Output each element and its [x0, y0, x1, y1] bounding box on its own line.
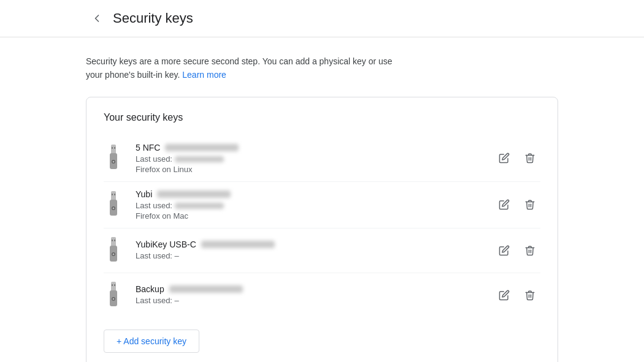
edit-key-button[interactable] [494, 194, 515, 215]
key-last-used: Last used: [136, 201, 484, 210]
page-title: Security keys [113, 10, 193, 26]
delete-key-button[interactable] [519, 194, 540, 215]
key-icon [104, 190, 123, 219]
key-browser: Firefox on Mac [136, 211, 484, 221]
key-name: Backup [136, 284, 164, 294]
key-name: Yubi [136, 189, 152, 199]
svg-point-23 [113, 298, 115, 300]
edit-key-button[interactable] [494, 240, 515, 261]
delete-key-button[interactable] [519, 285, 540, 306]
key-name-blur [169, 285, 243, 293]
key-last-used: Last used: [136, 154, 484, 164]
key-name-blur [165, 144, 239, 151]
edit-key-button[interactable] [494, 148, 515, 168]
key-actions [494, 148, 540, 168]
svg-rect-2 [112, 147, 113, 149]
key-name-blur [157, 190, 231, 198]
key-last-used-value: – [175, 251, 179, 260]
key-last-used-blurred [175, 156, 224, 162]
key-icon [104, 281, 123, 310]
main-content: Security keys are a more secure second s… [0, 37, 644, 362]
key-list: 5 NFCLast used: Firefox on Linux YubiLas… [104, 135, 540, 317]
key-info: YubiKey USB-CLast used: – [136, 239, 484, 262]
key-name-row: 5 NFC [136, 143, 484, 153]
learn-more-link[interactable]: Learn more [182, 70, 226, 80]
key-actions [494, 240, 540, 261]
svg-rect-15 [114, 239, 115, 241]
svg-rect-9 [114, 194, 115, 195]
key-last-used-value: – [175, 296, 179, 305]
back-button[interactable] [86, 7, 108, 29]
edit-key-button[interactable] [494, 285, 515, 306]
key-item: 5 NFCLast used: Firefox on Linux [104, 135, 540, 182]
key-name-row: Yubi [136, 189, 484, 199]
key-browser: Firefox on Linux [136, 165, 484, 174]
key-actions [494, 285, 540, 306]
svg-point-11 [113, 208, 115, 209]
svg-rect-20 [112, 284, 113, 286]
svg-point-17 [113, 253, 115, 255]
key-name-row: YubiKey USB-C [136, 239, 484, 249]
key-item: BackupLast used: – [104, 273, 540, 317]
key-actions [494, 194, 540, 215]
description-text: Security keys are a more secure second s… [86, 55, 405, 82]
svg-rect-3 [114, 147, 115, 149]
description-body: Security keys are a more secure second s… [86, 56, 393, 80]
key-last-used: Last used: – [136, 296, 484, 305]
svg-rect-14 [112, 239, 113, 241]
delete-key-button[interactable] [519, 240, 540, 261]
svg-rect-8 [112, 194, 113, 195]
delete-key-button[interactable] [519, 148, 540, 168]
key-item: YubiLast used: Firefox on Mac [104, 182, 540, 228]
key-icon [104, 143, 123, 173]
key-name: 5 NFC [136, 143, 160, 153]
svg-point-5 [113, 161, 115, 163]
key-last-used-blurred [175, 203, 224, 209]
key-info: 5 NFCLast used: Firefox on Linux [136, 143, 484, 174]
key-name-blur [201, 241, 275, 248]
key-info: BackupLast used: – [136, 284, 484, 306]
key-name: YubiKey USB-C [136, 239, 196, 249]
security-keys-card: Your security keys 5 NFCLast used: Firef… [86, 97, 558, 362]
key-last-used: Last used: – [136, 251, 484, 260]
key-info: YubiLast used: Firefox on Mac [136, 189, 484, 221]
add-security-key-button[interactable]: + Add security key [104, 330, 199, 353]
key-name-row: Backup [136, 284, 484, 294]
page-header: Security keys [0, 0, 644, 37]
key-icon [104, 236, 123, 265]
svg-rect-21 [114, 284, 115, 286]
key-item: YubiKey USB-CLast used: – [104, 228, 540, 273]
card-title: Your security keys [104, 112, 540, 123]
